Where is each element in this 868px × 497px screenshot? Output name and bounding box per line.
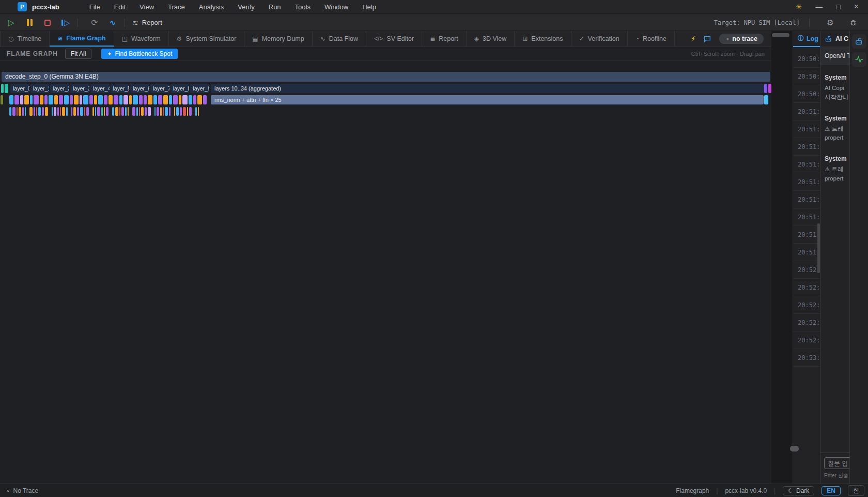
step-button[interactable]: ▷ bbox=[59, 17, 72, 29]
flame-frame-aggregated-layers[interactable]: layers 10..34 (aggregated) bbox=[211, 84, 764, 93]
flame-graph-canvas[interactable]: decode_step_0 (Gemma 3N E4B) layer_0laye… bbox=[0, 61, 771, 484]
flame-op-bar[interactable] bbox=[203, 95, 207, 104]
report-button[interactable]: ≋ Report bbox=[132, 19, 162, 27]
flame-op-bar[interactable] bbox=[9, 95, 13, 104]
flame-micro-bar[interactable] bbox=[198, 107, 199, 116]
flame-micro-bar[interactable] bbox=[187, 107, 188, 116]
theme-toggle-button[interactable]: ☾ Dark bbox=[783, 486, 814, 495]
menu-help[interactable]: Help bbox=[362, 3, 376, 11]
flame-op-bar[interactable] bbox=[98, 95, 103, 104]
log-row[interactable]: 20:51:0 bbox=[793, 138, 820, 156]
horizontal-scrollbar-thumb[interactable] bbox=[790, 446, 799, 451]
menu-window[interactable]: Window bbox=[324, 3, 348, 11]
flame-micro-bar[interactable] bbox=[176, 107, 179, 116]
flame-micro-bar[interactable] bbox=[115, 107, 118, 116]
flame-op-bar[interactable] bbox=[148, 95, 152, 104]
flame-frame-small[interactable] bbox=[764, 84, 767, 93]
flame-op-bar[interactable] bbox=[70, 95, 73, 104]
flame-frame-layer-0[interactable]: layer_0 bbox=[10, 84, 29, 93]
scrollbar-thumb[interactable] bbox=[772, 33, 789, 37]
menu-trace[interactable]: Trace bbox=[168, 3, 185, 11]
log-row[interactable]: 20:50:0 bbox=[793, 85, 820, 103]
flame-micro-bar[interactable] bbox=[169, 107, 171, 116]
flame-micro-bar[interactable] bbox=[125, 107, 127, 116]
flame-op-bar[interactable] bbox=[89, 95, 93, 104]
log-row[interactable]: 20:51:3 bbox=[793, 226, 820, 244]
flame-micro-bar[interactable] bbox=[12, 107, 16, 116]
flame-micro-bar[interactable] bbox=[29, 107, 33, 116]
menu-view[interactable]: View bbox=[140, 3, 154, 11]
flame-frame-small[interactable] bbox=[764, 95, 768, 104]
flame-op-bar[interactable] bbox=[193, 95, 196, 104]
flame-micro-bar[interactable] bbox=[174, 107, 175, 116]
flame-op-bar[interactable] bbox=[153, 95, 157, 104]
flame-frame-layer-5[interactable]: layer_5 bbox=[111, 84, 130, 93]
log-row[interactable]: 20:51:3 bbox=[793, 244, 820, 261]
flame-micro-bar[interactable] bbox=[101, 107, 103, 116]
stop-button[interactable] bbox=[41, 17, 54, 29]
flame-op-bar[interactable] bbox=[24, 95, 29, 104]
tab-memory-dump[interactable]: ▤Memory Dump bbox=[244, 31, 312, 47]
flame-op-bar[interactable] bbox=[64, 95, 69, 104]
flame-op-bar[interactable] bbox=[54, 95, 58, 104]
flame-op-bar[interactable] bbox=[189, 95, 192, 104]
flame-micro-bar[interactable] bbox=[119, 107, 120, 116]
log-row[interactable]: 20:51:1 bbox=[793, 191, 820, 208]
tab-3d-view[interactable]: ◈3D View bbox=[467, 31, 515, 47]
flame-micro-bar[interactable] bbox=[38, 107, 41, 116]
log-row[interactable]: 20:51:0 bbox=[793, 103, 820, 121]
lightning-icon[interactable]: ⚡ bbox=[691, 35, 696, 43]
flame-op-bar[interactable] bbox=[133, 95, 138, 104]
ai-assistant-button[interactable] bbox=[852, 34, 866, 49]
flame-op-bar[interactable] bbox=[119, 95, 122, 104]
flame-op-bar[interactable] bbox=[83, 95, 88, 104]
flame-micro-bar[interactable] bbox=[121, 107, 124, 116]
minimize-button[interactable]: — bbox=[815, 3, 823, 11]
flame-micro-bar[interactable] bbox=[57, 107, 59, 116]
log-row[interactable]: 20:52:0 bbox=[793, 279, 820, 296]
close-button[interactable]: × bbox=[854, 2, 859, 11]
log-row[interactable]: 20:50:0 bbox=[793, 50, 820, 68]
flame-micro-bar[interactable] bbox=[195, 107, 197, 116]
flame-op-bar[interactable] bbox=[20, 95, 23, 104]
flame-op-bar[interactable] bbox=[94, 95, 97, 104]
tab-waveform[interactable]: ◳Waveform bbox=[114, 31, 169, 47]
log-row[interactable]: 20:53:0 bbox=[793, 349, 820, 367]
maximize-button[interactable]: □ bbox=[836, 3, 840, 11]
log-row[interactable]: 20:51:1 bbox=[793, 208, 820, 226]
flame-op-bar[interactable] bbox=[14, 95, 19, 104]
log-row[interactable]: 20:52:0 bbox=[793, 261, 820, 279]
tab-report[interactable]: ≣Report bbox=[422, 31, 467, 47]
flame-micro-bar[interactable] bbox=[95, 107, 96, 116]
log-row[interactable]: 20:51:0 bbox=[793, 156, 820, 173]
tab-sv-editor[interactable]: </>SV Editor bbox=[366, 31, 422, 47]
flame-micro-bar[interactable] bbox=[17, 107, 18, 116]
language-en-button[interactable]: EN bbox=[822, 486, 841, 495]
flame-micro-bar[interactable] bbox=[92, 107, 94, 116]
log-row[interactable]: 20:52:4 bbox=[793, 314, 820, 332]
flame-op-bar[interactable] bbox=[173, 95, 178, 104]
menu-run[interactable]: Run bbox=[269, 3, 281, 11]
flame-frame-layer-2[interactable]: layer_2 bbox=[50, 84, 69, 93]
flame-micro-bar[interactable] bbox=[77, 107, 79, 116]
log-row[interactable]: 20:51:0 bbox=[793, 121, 820, 138]
flame-op-bar[interactable] bbox=[74, 95, 79, 104]
flame-micro-bar[interactable] bbox=[183, 107, 186, 116]
flame-micro-bar[interactable] bbox=[157, 107, 159, 116]
flame-op-bar[interactable] bbox=[123, 95, 128, 104]
flame-frame-layer-8[interactable]: layer_8 bbox=[171, 84, 190, 93]
menu-tools[interactable]: Tools bbox=[295, 3, 311, 11]
log-row[interactable]: 20:52:2 bbox=[793, 296, 820, 314]
flame-op-bar[interactable] bbox=[158, 95, 162, 104]
tab-data-flow[interactable]: ∿Data Flow bbox=[313, 31, 366, 47]
ai-question-input[interactable] bbox=[824, 457, 849, 469]
flame-op-bar[interactable] bbox=[40, 95, 43, 104]
flame-frame-layer-7[interactable]: layer_7 bbox=[150, 84, 169, 93]
tab-log[interactable]: ⓘ Log bbox=[793, 31, 820, 47]
panel-splitter[interactable] bbox=[771, 31, 793, 484]
flame-micro-bar[interactable] bbox=[71, 107, 72, 116]
flame-op-bar[interactable] bbox=[197, 95, 202, 104]
tab-roofline[interactable]: ◔Roofline bbox=[628, 31, 675, 47]
flame-micro-bar[interactable] bbox=[62, 107, 65, 116]
flame-frame-layer-9[interactable]: layer_9 bbox=[190, 84, 209, 93]
